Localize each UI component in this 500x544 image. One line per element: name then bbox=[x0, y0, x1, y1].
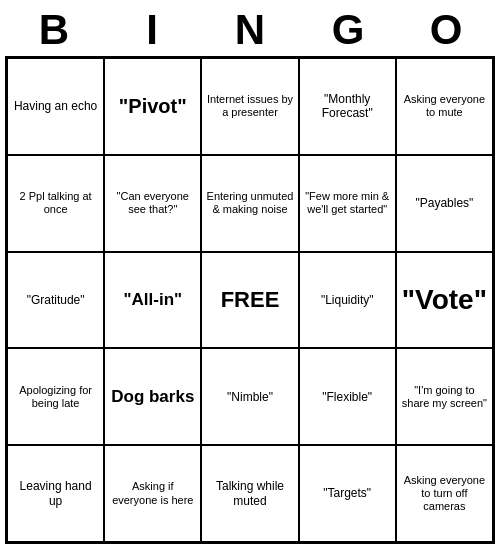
cell-r2-c3[interactable]: "Liquidity" bbox=[299, 252, 396, 349]
cell-r0-c4[interactable]: Asking everyone to mute bbox=[396, 58, 493, 155]
cell-r3-c2[interactable]: "Nimble" bbox=[201, 348, 298, 445]
cell-r4-c0[interactable]: Leaving hand up bbox=[7, 445, 104, 542]
cell-r1-c1[interactable]: "Can everyone see that?" bbox=[104, 155, 201, 252]
cell-r0-c1[interactable]: "Pivot" bbox=[104, 58, 201, 155]
cell-r0-c3[interactable]: "Monthly Forecast" bbox=[299, 58, 396, 155]
letter-i: I bbox=[107, 6, 197, 54]
cell-r4-c3[interactable]: "Targets" bbox=[299, 445, 396, 542]
cell-r3-c0[interactable]: Apologizing for being late bbox=[7, 348, 104, 445]
letter-b: B bbox=[9, 6, 99, 54]
letter-o: O bbox=[401, 6, 491, 54]
letter-g: G bbox=[303, 6, 393, 54]
cell-r2-c2[interactable]: FREE bbox=[201, 252, 298, 349]
cell-r4-c1[interactable]: Asking if everyone is here bbox=[104, 445, 201, 542]
cell-r3-c3[interactable]: "Flexible" bbox=[299, 348, 396, 445]
cell-r1-c4[interactable]: "Payables" bbox=[396, 155, 493, 252]
cell-r0-c2[interactable]: Internet issues by a presenter bbox=[201, 58, 298, 155]
cell-r1-c2[interactable]: Entering unmuted & making noise bbox=[201, 155, 298, 252]
cell-r3-c4[interactable]: "I'm going to share my screen" bbox=[396, 348, 493, 445]
cell-r2-c0[interactable]: "Gratitude" bbox=[7, 252, 104, 349]
cell-r3-c1[interactable]: Dog barks bbox=[104, 348, 201, 445]
cell-r2-c4[interactable]: "Vote" bbox=[396, 252, 493, 349]
letter-n: N bbox=[205, 6, 295, 54]
cell-r4-c2[interactable]: Talking while muted bbox=[201, 445, 298, 542]
cell-r1-c3[interactable]: "Few more min & we'll get started" bbox=[299, 155, 396, 252]
cell-r1-c0[interactable]: 2 Ppl talking at once bbox=[7, 155, 104, 252]
bingo-grid: Having an echo"Pivot"Internet issues by … bbox=[5, 56, 495, 544]
cell-r0-c0[interactable]: Having an echo bbox=[7, 58, 104, 155]
cell-r4-c4[interactable]: Asking everyone to turn off cameras bbox=[396, 445, 493, 542]
bingo-header: B I N G O bbox=[5, 0, 495, 56]
cell-r2-c1[interactable]: "All-in" bbox=[104, 252, 201, 349]
